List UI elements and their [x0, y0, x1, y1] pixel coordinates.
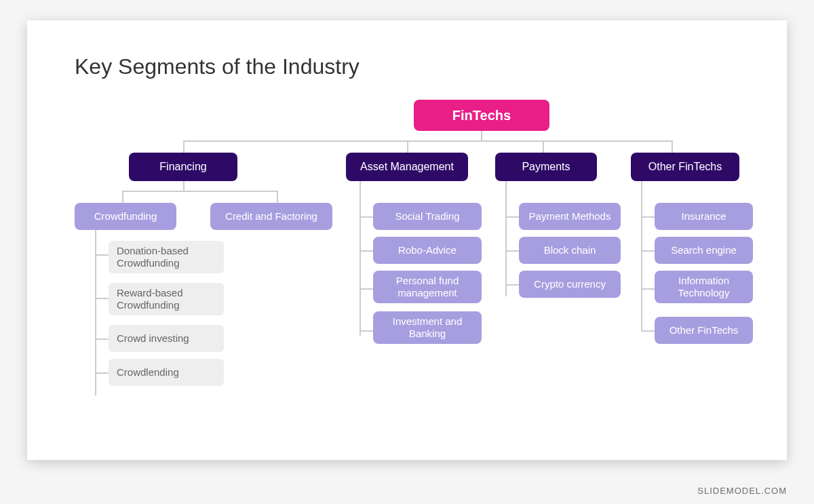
connector [481, 131, 482, 140]
connector [360, 181, 361, 336]
footer-attribution: SLIDEMODEL.COM [697, 486, 787, 496]
node-personal-fund: Personal fund management [373, 271, 482, 303]
leaf-crowd-investing: Crowd investing [109, 325, 224, 352]
connector [641, 181, 642, 332]
connector [505, 181, 507, 296]
connector [95, 338, 109, 340]
connector [543, 140, 544, 153]
node-social-trading: Social Trading [373, 203, 482, 230]
node-crypto: Crypto currency [519, 271, 621, 298]
connector [95, 254, 109, 256]
node-insurance: Insurance [655, 203, 753, 230]
branch-financing: Financing [129, 153, 237, 181]
branch-asset-management: Asset Management [346, 153, 468, 181]
node-other-fintechs-leaf: Other FinTechs [655, 317, 753, 344]
connector [505, 250, 519, 252]
branch-other-fintechs: Other FinTechs [631, 153, 739, 181]
leaf-reward-crowdfunding: Reward-based Crowdfunding [109, 283, 224, 315]
connector [277, 191, 278, 203]
leaf-crowdlending: Crowdlending [109, 359, 224, 386]
node-investment-banking: Investment and Banking [373, 311, 482, 344]
connector [95, 372, 109, 374]
connector [672, 140, 673, 153]
node-robo-advice: Robo-Advice [373, 237, 482, 264]
node-crowdfunding: Crowdfunding [75, 203, 176, 230]
connector [360, 250, 373, 252]
connector [360, 330, 373, 332]
node-blockchain: Block chain [519, 237, 621, 264]
connector [95, 298, 109, 299]
connector [641, 250, 655, 252]
node-info-tech: Information Technology [655, 271, 753, 303]
slide: Key Segments of the Industry FinTechs Fi… [27, 20, 787, 460]
connector [641, 288, 655, 290]
connector [407, 140, 408, 153]
leaf-donation-crowdfunding: Donation-based Crowdfunding [109, 241, 224, 273]
root-node: FinTechs [414, 100, 549, 131]
connector [641, 216, 655, 218]
connector [183, 140, 672, 142]
connector [360, 216, 373, 218]
connector [183, 181, 185, 191]
connector [183, 140, 185, 153]
connector [505, 284, 519, 286]
connector [641, 330, 655, 332]
connector [122, 191, 123, 203]
connector [505, 216, 519, 218]
connector [360, 288, 373, 290]
node-payment-methods: Payment Methods [519, 203, 621, 230]
connector [122, 191, 278, 192]
node-search-engine: Search engine [655, 237, 753, 264]
org-chart: FinTechs Financing Crowdfunding Credit a… [75, 100, 753, 452]
page-title: Key Segments of the Industry [75, 54, 753, 79]
branch-payments: Payments [495, 153, 597, 181]
node-credit-factoring: Credit and Factoring [210, 203, 332, 230]
